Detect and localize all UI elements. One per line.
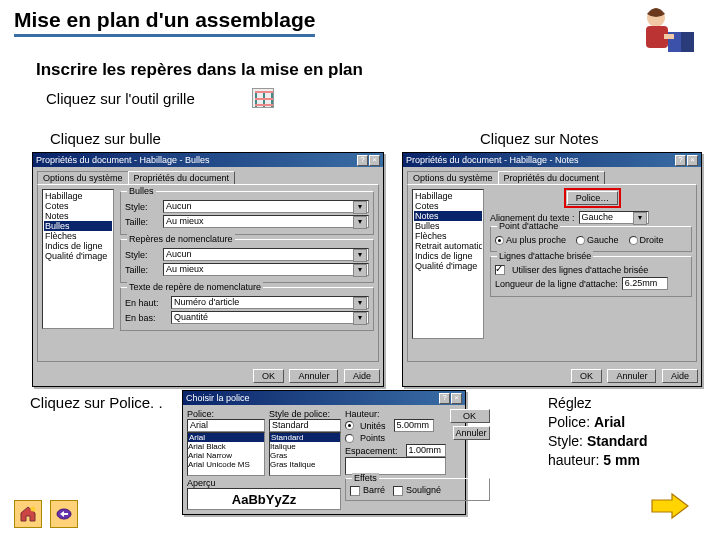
help-icon[interactable]: ? [675,155,686,166]
label-notes: Cliquez sur Notes [480,130,598,147]
close-icon[interactable]: × [687,155,698,166]
reperes-style-select[interactable]: Aucun [163,248,369,261]
tab-proprietes-document[interactable]: Propriétés du document [128,171,236,184]
help-icon[interactable]: ? [439,393,450,404]
longueur-input[interactable]: 6.25mm [622,277,668,290]
texte-haut-select[interactable]: Numéro d'article [171,296,369,309]
font-input[interactable]: Arial [187,419,265,432]
group-effets: Effets Barré Souligné [345,478,490,501]
checkbox-utiliser-brisee[interactable] [495,265,505,275]
close-icon[interactable]: × [451,393,462,404]
dialog-font-title: Choisir la police [186,393,250,403]
checkbox-barre[interactable] [350,486,360,496]
dialog-notes-title: Propriétés du document - Habillage - Not… [406,155,579,165]
font-preview: AaBbYyZz [187,488,341,510]
bulles-style-select[interactable]: Aucun [163,200,369,213]
back-icon[interactable] [50,500,78,528]
group-reperes: Repères de nomenclature Style:Aucun Tail… [120,239,374,283]
reader-illustration [628,4,698,60]
group-point-attache: Point d'attache Au plus proche Gauche Dr… [490,226,692,252]
ok-button[interactable]: OK [253,369,284,383]
cancel-button[interactable]: Annuler [453,426,490,440]
texte-bas-select[interactable]: Quantité [171,311,369,324]
tab-proprietes-document[interactable]: Propriétés du document [498,171,606,184]
radio-gauche[interactable] [576,236,585,245]
style-label: Style de police: [269,409,341,419]
dialog-bulles-titlebar: Propriétés du document - Habillage - Bul… [33,153,383,167]
dialog-bulles: Propriétés du document - Habillage - Bul… [32,152,384,387]
instruction-settings: Réglez Police: Arial Style: Standard hau… [548,394,648,470]
svg-point-6 [31,507,36,512]
cancel-button[interactable]: Annuler [607,369,656,383]
dialog-notes: Propriétés du document - Habillage - Not… [402,152,702,387]
radio-points[interactable] [345,434,354,443]
svg-marker-8 [652,494,688,518]
reperes-taille-select[interactable]: Au mieux [163,263,369,276]
align-select[interactable]: Gauche [579,211,649,224]
height-label: Hauteur: [345,409,446,419]
group-bulles: Bulles Style:Aucun Taille:Au mieux [120,191,374,235]
font-label: Police: [187,409,265,419]
help-icon[interactable]: ? [357,155,368,166]
police-button[interactable]: Police… [567,191,619,205]
next-arrow-icon[interactable] [650,492,690,524]
group-texte-repere: Texte de repère de nomenclature En haut:… [120,287,374,331]
radio-plus-proche[interactable] [495,236,504,245]
style-list[interactable]: Standard Italique Gras Gras Italique [269,432,341,476]
height-input[interactable]: 5.00mm [394,419,434,432]
group-lignes-brisee: Lignes d'attache brisée Utiliser des lig… [490,256,692,297]
page-title: Mise en plan d'un assemblage [14,8,315,37]
dialog-font: Choisir la police ? × Police: Arial Aria… [182,390,466,515]
checkbox-souligne[interactable] [393,486,403,496]
dialog-notes-titlebar: Propriétés du document - Habillage - Not… [403,153,701,167]
ok-button[interactable]: OK [450,409,490,423]
bulles-side-tree[interactable]: Habillage Cotes Notes Bulles Flèches Ind… [42,189,114,329]
label-police: Cliquez sur Police. . [30,394,163,411]
cancel-button[interactable]: Annuler [289,369,338,383]
notes-side-tree[interactable]: Habillage Cotes Notes Bulles Flèches Ret… [412,189,484,339]
spacing-input[interactable]: 1.00mm [406,444,446,457]
grid-tool-icon [252,88,274,108]
svg-rect-4 [664,34,674,39]
help-button[interactable]: Aide [662,369,698,383]
bulles-taille-select[interactable]: Au mieux [163,215,369,228]
preview-label: Aperçu [187,478,341,488]
instruction-grille: Cliquez sur l'outil grille [46,90,195,107]
tab-options-systeme[interactable]: Options du système [37,171,129,184]
home-icon[interactable] [14,500,42,528]
label-bulle: Cliquez sur bulle [50,130,161,147]
style-input[interactable]: Standard [269,419,341,432]
font-list[interactable]: Arial Arial Black Arial Narrow Arial Uni… [187,432,265,476]
tab-options-systeme[interactable]: Options du système [407,171,499,184]
radio-unites[interactable] [345,421,354,430]
close-icon[interactable]: × [369,155,380,166]
radio-droite[interactable] [629,236,638,245]
ok-button[interactable]: OK [571,369,602,383]
dialog-bulles-title: Propriétés du document - Habillage - Bul… [36,155,210,165]
help-button[interactable]: Aide [344,369,380,383]
section-subtitle: Inscrire les repères dans la mise en pla… [36,60,363,80]
dialog-font-titlebar: Choisir la police ? × [183,391,465,405]
